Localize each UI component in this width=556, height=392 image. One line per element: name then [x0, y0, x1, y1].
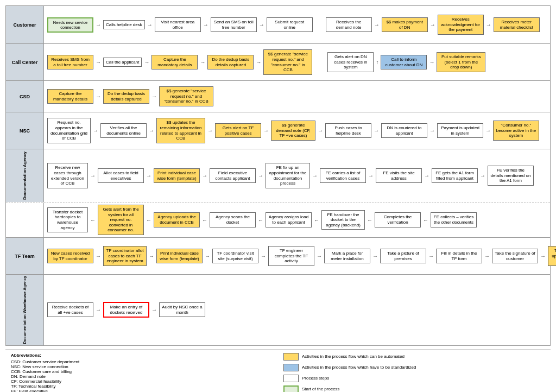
diagram-area: Customer Needs new service connection → … [5, 5, 551, 346]
arrow: → [428, 253, 434, 259]
box-da13: Agency scans the docket [210, 212, 256, 227]
arrow: → [374, 128, 379, 134]
box-c5: Submit request online [267, 17, 313, 32]
box-da7: FE visits the site address [376, 168, 422, 183]
legend-blue: Activities in the process flow which hav… [283, 364, 545, 371]
arrow: ← [258, 217, 263, 223]
box-da8: FE gets the A1 form filled from applican… [432, 168, 478, 183]
box-c4: Send an SMS on toll free number [211, 17, 257, 32]
warehouse-content: Receive dockets of all +ve cases → Make … [44, 275, 550, 345]
arrow: ↑ [376, 59, 378, 65]
arrow: → [368, 173, 374, 179]
box-tf4: TF coordinator visit site (surprise visi… [212, 249, 258, 263]
arrow: → [207, 128, 213, 134]
arrow: → [96, 93, 101, 99]
box-cc1: Receives SMS from a toll free number [47, 55, 93, 69]
arrow: → [256, 59, 261, 65]
box-da10: Transfer docket hardcopies to warehouse … [47, 207, 88, 232]
arrow: → [317, 253, 322, 259]
abbrev-ccb: CCB: Customer care and billing [11, 369, 273, 374]
box-cc8: Put suitable remarks (select 1 from the … [437, 52, 485, 72]
callcenter-label: Call Center [6, 44, 44, 80]
arrow: ← [202, 217, 207, 223]
main-container: Customer Needs new service connection → … [0, 0, 556, 392]
tf-label: TF Team [6, 238, 44, 274]
customer-content: Needs new service connection → Calls hel… [44, 6, 550, 43]
box-n6: Push cases to helpline desk [325, 123, 371, 138]
nsc-content: Request no. appears in the documentation… [44, 112, 550, 149]
doc-agency-label: Documentation Agency [6, 149, 44, 202]
callcenter-lane: Call Center Receives SMS from a toll fre… [6, 44, 550, 81]
arrow: → [480, 173, 485, 179]
abbrev-dn: DN: Demand note [11, 374, 273, 379]
box-n3: $$ updates the remaining information rel… [156, 118, 205, 143]
arrow: → [258, 173, 263, 179]
warehouse-lane: Documentation Warehouse Agency Receive d… [6, 275, 550, 345]
nsc-label: NSC [6, 112, 44, 149]
box-tf3: Print individual case wise form (templat… [156, 249, 203, 263]
arrow: → [263, 128, 269, 134]
arrow: → [96, 22, 101, 28]
customer-lane: Customer Needs new service connection → … [6, 6, 550, 44]
box-da16: Completes the verification [375, 212, 421, 227]
box-n1: Request no. appears in the documentation… [47, 118, 91, 143]
box-tf9: Take the signature of customer [492, 249, 538, 263]
arrow: → [147, 22, 153, 28]
arrow: → [203, 22, 208, 28]
arrow: ← [90, 217, 96, 223]
arrow: → [424, 173, 429, 179]
box-tf2: TF coordinator allot cases to each TF en… [103, 246, 147, 266]
arrow: → [144, 59, 149, 65]
box-cc4: Do the dedup basis details captured [207, 55, 254, 69]
abbrev-cf: CF: Commercial feasibility [11, 379, 273, 384]
box-cc5: $$ generate "service request no." and "c… [263, 49, 312, 74]
box-n5: $$ generate demand note (CF, TF +ve case… [271, 121, 315, 141]
box-csd3: $$ generate "service request no." and "c… [159, 86, 213, 106]
box-w3: Audit by NSC once a month [159, 302, 205, 317]
arrow: → [146, 173, 151, 179]
box-c1: Needs new service connection [47, 17, 93, 33]
arrow: → [149, 253, 154, 259]
box-cc7: Call to inform customer about DN [381, 55, 427, 69]
legend-items: Activities in the process flow which can… [283, 353, 545, 392]
abbrev-nsc: NSC: New service connection [11, 364, 273, 369]
box-tf7: Take a picture of premises [380, 249, 426, 263]
arrow: → [429, 128, 435, 134]
arrow: ← [146, 217, 151, 223]
arrow: → [90, 173, 96, 179]
box-da1: Receive new cases through extended versi… [47, 163, 88, 188]
arrow: → [205, 253, 210, 259]
box-w2: Make an entry of dockets received [103, 302, 149, 318]
box-tf8: Fill in details in the TF form [436, 249, 482, 263]
box-csd2: Do the dedup basis details captured [103, 89, 149, 104]
arrow: → [540, 253, 546, 259]
box-c3: Visit nearest area office [155, 17, 201, 32]
legend-abbreviations: Abbreviations: CSD: Customer service dep… [11, 353, 273, 392]
legend-box-white [283, 375, 299, 382]
box-cc2: Call the applicant [103, 58, 142, 67]
box-da12: Agency uploads the document in CCB [154, 212, 200, 227]
box-da6: FE carries a list of verification cases [320, 168, 366, 183]
legend-box-green [283, 385, 299, 392]
arrow: → [261, 253, 266, 259]
csd-content: Capture the mandatory details → Do the d… [44, 81, 550, 112]
box-da5: FE fix up an appointment for the documen… [266, 163, 310, 188]
arrow: → [151, 93, 157, 99]
legend-white-text: Process steps [302, 376, 329, 381]
box-csd1: Capture the mandatory details [47, 89, 93, 104]
legend-area: Abbreviations: CSD: Customer service dep… [5, 349, 551, 392]
doc-agency-row1: Receive new cases through extended versi… [44, 149, 550, 202]
legend-blue-text: Activities in the process flow which hav… [302, 365, 416, 370]
arrow: → [485, 128, 491, 134]
box-cc6: Gets alert on DN cases receives in syste… [327, 52, 374, 72]
doc-agency-row2: Transfer docket hardcopies to warehouse … [44, 203, 550, 237]
arrow: → [318, 128, 323, 134]
box-c9: Receives meter material checklist [494, 17, 540, 32]
box-w1: Receive dockets of all +ve cases [47, 302, 93, 317]
arrow: → [202, 173, 207, 179]
box-tf5: TF engineer completes the TF activity [268, 246, 314, 266]
arrow: → [200, 59, 205, 65]
arrow: → [93, 128, 98, 134]
arrow: → [312, 173, 318, 179]
abbrev-title: Abbreviations: [11, 353, 273, 358]
